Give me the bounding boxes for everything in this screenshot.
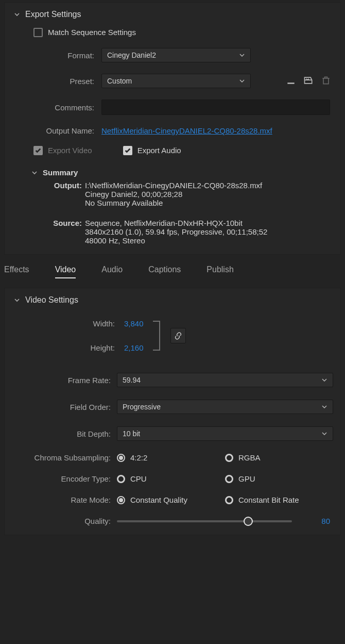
chevron-down-icon — [321, 404, 327, 410]
export-video-row: Export Video — [33, 145, 92, 155]
quality-slider-thumb[interactable] — [244, 517, 253, 526]
export-audio-checkbox[interactable] — [123, 146, 132, 155]
rate-constant-bitrate-label: Constant Bit Rate — [238, 496, 299, 504]
tab-video[interactable]: Video — [55, 265, 76, 278]
export-video-checkbox — [33, 146, 43, 155]
encoder-label: Encoder Type: — [14, 474, 117, 483]
collapse-chevron-icon — [14, 297, 20, 303]
chevron-down-icon — [321, 431, 327, 437]
field-order-select[interactable]: Progressive — [117, 400, 333, 414]
summary-section: Summary Output: I:\NetflixMeridian-Cineg… — [31, 168, 331, 245]
import-preset-icon[interactable] — [303, 75, 314, 87]
save-preset-icon[interactable] — [286, 75, 296, 87]
rate-mode-label: Rate Mode: — [14, 496, 117, 504]
height-value[interactable]: 2,160 — [124, 343, 144, 352]
format-select[interactable]: Cinegy Daniel2 — [101, 48, 251, 62]
tab-publish[interactable]: Publish — [206, 265, 233, 278]
collapse-chevron-icon — [31, 170, 38, 176]
tab-bar: Effects Video Audio Captions Publish — [4, 255, 341, 284]
output-name-link[interactable]: NetflixMeridian-CinegyDANIEL2-CQ80-28s28… — [101, 126, 272, 135]
preset-value: Custom — [107, 77, 132, 85]
summary-source-value: Sequence, NetflixMeridian-DNxHR-HQX-10bi… — [85, 219, 331, 245]
field-order-label: Field Order: — [14, 403, 117, 411]
rate-constant-quality-radio[interactable] — [117, 496, 125, 504]
export-settings-panel: Export Settings Match Sequence Settings … — [4, 2, 341, 255]
comments-input[interactable] — [101, 100, 330, 115]
tab-captions[interactable]: Captions — [148, 265, 181, 278]
frame-rate-label: Frame Rate: — [14, 376, 117, 385]
chevron-down-icon — [239, 52, 245, 58]
format-value: Cinegy Daniel2 — [107, 51, 156, 59]
chevron-down-icon — [321, 377, 327, 383]
width-value[interactable]: 3,840 — [124, 319, 144, 328]
width-label: Width: — [93, 319, 115, 328]
export-video-label: Export Video — [48, 146, 92, 155]
export-settings-header[interactable]: Export Settings — [14, 10, 331, 19]
video-settings-title: Video Settings — [25, 295, 78, 305]
summary-source-key: Source: — [49, 219, 82, 245]
chroma-rgba-label: RGBA — [238, 453, 261, 462]
chevron-down-icon — [239, 78, 245, 84]
link-brace-icon — [153, 321, 161, 351]
chroma-rgba-radio[interactable] — [225, 454, 233, 462]
export-settings-title: Export Settings — [25, 10, 81, 19]
encoder-gpu-radio[interactable] — [225, 475, 233, 483]
summary-output-value: I:\NetflixMeridian-CinegyDANIEL2-CQ80-28… — [85, 181, 331, 207]
height-label: Height: — [90, 343, 115, 352]
quality-value[interactable]: 80 — [321, 517, 330, 525]
export-audio-row: Export Audio — [123, 145, 181, 155]
frame-rate-select[interactable]: 59.94 — [117, 373, 333, 387]
frame-rate-value: 59.94 — [123, 376, 141, 384]
bit-depth-value: 10 bit — [123, 430, 140, 438]
summary-output-key: Output: — [49, 181, 82, 207]
bit-depth-label: Bit Depth: — [14, 430, 117, 438]
quality-label: Quality: — [14, 517, 117, 525]
comments-label: Comments: — [14, 103, 101, 112]
format-label: Format: — [14, 51, 101, 60]
output-name-label: Output Name: — [14, 126, 101, 135]
video-settings-header[interactable]: Video Settings — [14, 295, 331, 305]
rate-constant-quality-label: Constant Quality — [130, 496, 187, 504]
chroma-422-radio[interactable] — [117, 454, 125, 462]
field-order-value: Progressive — [123, 403, 161, 411]
bit-depth-select[interactable]: 10 bit — [117, 426, 333, 441]
collapse-chevron-icon — [14, 11, 20, 18]
link-dimensions-button[interactable] — [170, 328, 186, 343]
chroma-422-label: 4:2:2 — [130, 453, 147, 462]
chroma-label: Chroma Subsampling: — [14, 453, 117, 462]
match-sequence-checkbox[interactable] — [33, 28, 43, 37]
tab-effects[interactable]: Effects — [4, 265, 29, 278]
preset-label: Preset: — [14, 77, 101, 86]
export-audio-label: Export Audio — [137, 146, 181, 155]
encoder-cpu-radio[interactable] — [117, 475, 125, 483]
encoder-cpu-label: CPU — [130, 474, 147, 483]
summary-header[interactable]: Summary — [31, 168, 331, 177]
video-settings-panel: Video Settings Width: Height: 3,840 2,16… — [4, 288, 341, 535]
match-sequence-label: Match Sequence Settings — [48, 28, 136, 37]
summary-title: Summary — [43, 168, 78, 177]
tab-audio[interactable]: Audio — [101, 265, 123, 278]
delete-preset-icon[interactable] — [321, 75, 331, 87]
rate-constant-bitrate-radio[interactable] — [225, 496, 233, 504]
quality-slider[interactable] — [117, 520, 292, 522]
preset-select[interactable]: Custom — [101, 74, 251, 88]
encoder-gpu-label: GPU — [238, 474, 255, 483]
